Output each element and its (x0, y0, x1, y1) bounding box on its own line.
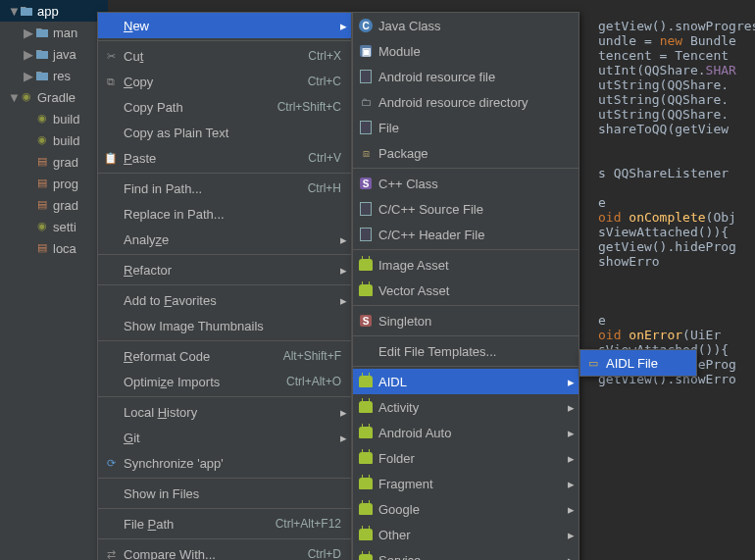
separator (353, 335, 579, 336)
ctx-analyze[interactable]: Analyze▸ (98, 227, 351, 252)
package-icon: ⧇ (358, 145, 374, 161)
submenu-arrow-icon: ▸ (340, 293, 347, 308)
tree-item-java[interactable]: ▶java (0, 43, 108, 65)
context-menu-main: New▸✂CutCtrl+X⧉CopyCtrl+CCopy PathCtrl+S… (97, 12, 352, 560)
expander-icon[interactable]: ▼ (8, 4, 20, 19)
shortcut-label: Ctrl+Alt+F12 (276, 517, 341, 531)
ctx-git[interactable]: Git▸ (98, 425, 351, 450)
android-icon (358, 552, 374, 560)
shortcut-label: Ctrl+X (308, 49, 341, 63)
ctx-reformat-code[interactable]: Reformat CodeAlt+Shift+F (98, 343, 351, 369)
new-singleton[interactable]: SSingleton (353, 308, 579, 333)
new-android-resource-file[interactable]: Android resource file (353, 64, 579, 89)
properties-file-icon: ▤ (35, 241, 49, 255)
submenu-arrow-icon: ▸ (568, 400, 575, 415)
tree-item-prog[interactable]: ▤prog (0, 173, 108, 194)
ctx-replace-in-path[interactable]: Replace in Path... (98, 201, 351, 227)
new-android-resource-directory[interactable]: 🗀Android resource directory (353, 89, 579, 115)
tree-label: java (53, 47, 76, 62)
ctx-file-path[interactable]: File PathCtrl+Alt+F12 (98, 511, 351, 536)
ctx-refactor[interactable]: Refactor▸ (98, 257, 351, 282)
ctx-copy[interactable]: ⧉CopyCtrl+C (98, 69, 351, 94)
new-package[interactable]: ⧇Package (353, 140, 579, 166)
ctx-synchronize-app[interactable]: ⟳Synchronize 'app' (98, 450, 351, 476)
new-c-c-header-file[interactable]: C/C++ Header File (353, 222, 579, 247)
ctx-optimize-imports[interactable]: Optimize ImportsCtrl+Alt+O (98, 369, 351, 394)
tree-label: Gradle (37, 90, 76, 105)
ctx-find-in-path[interactable]: Find in Path...Ctrl+H (98, 176, 351, 201)
ctx-compare-with[interactable]: ⇄Compare With...Ctrl+D (98, 541, 351, 560)
new-folder[interactable]: Folder▸ (353, 445, 579, 471)
separator (98, 508, 351, 509)
new-aidl[interactable]: AIDL▸ (353, 369, 579, 394)
new-file[interactable]: File (353, 115, 579, 140)
expander-icon[interactable]: ▶ (24, 25, 35, 40)
tree-item-man[interactable]: ▶man (0, 22, 108, 43)
tree-item-app[interactable]: ▼app (0, 0, 108, 22)
separator (98, 538, 351, 539)
separator (353, 366, 579, 367)
new-vector-asset[interactable]: Vector Asset (353, 278, 579, 303)
android-icon (358, 476, 374, 491)
tree-label: grad (53, 198, 78, 213)
ctx-show-in-files[interactable]: Show in Files (98, 481, 351, 506)
project-tree[interactable]: ▼app▶man▶java▶res▼◉Gradle◉build◉build▤gr… (0, 0, 108, 560)
new-image-asset[interactable]: Image Asset (353, 252, 579, 278)
copy-icon: ⧉ (103, 74, 119, 89)
paste-icon: 📋 (103, 150, 119, 166)
android-icon (358, 399, 374, 415)
separator (98, 478, 351, 479)
new-android-auto[interactable]: Android Auto▸ (353, 420, 579, 445)
new-other[interactable]: Other▸ (353, 522, 579, 547)
submenu-arrow-icon: ▸ (568, 502, 575, 517)
tree-item-res[interactable]: ▶res (0, 65, 108, 86)
tree-item-grad[interactable]: ▤grad (0, 194, 108, 216)
new-google[interactable]: Google▸ (353, 496, 579, 522)
tree-label: setti (53, 220, 76, 234)
ctx-add-to-favorites[interactable]: Add to Favorites▸ (98, 287, 351, 313)
gradle-file-icon: ◉ (35, 220, 49, 233)
separator (98, 254, 351, 255)
tree-item-setti[interactable]: ◉setti (0, 216, 108, 237)
submenu-arrow-icon: ▸ (340, 263, 347, 278)
new-c-c-source-file[interactable]: C/C++ Source File (353, 196, 579, 222)
tree-label: res (53, 69, 71, 83)
expander-icon[interactable]: ▶ (24, 47, 35, 62)
submenu-arrow-icon: ▸ (340, 405, 347, 420)
tree-item-gradle[interactable]: ▼◉Gradle (0, 86, 108, 108)
new-fragment[interactable]: Fragment▸ (353, 471, 579, 496)
android-icon (358, 450, 374, 466)
ctx-paste[interactable]: 📋PasteCtrl+V (98, 145, 351, 171)
sync-icon: ⟳ (103, 455, 119, 471)
aidl-aidl-file[interactable]: ▭AIDL File (580, 350, 696, 376)
submenu-arrow-icon: ▸ (340, 431, 347, 445)
ctx-copy-as-plain-text[interactable]: Copy as Plain Text (98, 120, 351, 145)
ctx-show-image-thumbnails[interactable]: Show Image Thumbnails (98, 313, 351, 338)
submenu-arrow-icon: ▸ (340, 232, 347, 247)
expander-icon[interactable]: ▶ (24, 69, 35, 83)
new-activity[interactable]: Activity▸ (353, 394, 579, 420)
new-c-class[interactable]: SC++ Class (353, 171, 579, 196)
tree-item-build[interactable]: ◉build (0, 129, 108, 151)
properties-file-icon: ▤ (35, 155, 49, 169)
ctx-new[interactable]: New▸ (98, 13, 351, 38)
tree-item-build[interactable]: ◉build (0, 108, 108, 129)
separator (98, 284, 351, 285)
new-service[interactable]: Service▸ (353, 547, 579, 560)
new-edit-file-templates[interactable]: Edit File Templates... (353, 338, 579, 364)
tree-item-loca[interactable]: ▤loca (0, 237, 108, 259)
ctx-local-history[interactable]: Local History▸ (98, 399, 351, 425)
separator (98, 340, 351, 341)
submenu-arrow-icon: ▸ (568, 375, 575, 389)
tree-label: man (53, 25, 77, 40)
submenu-arrow-icon: ▸ (568, 477, 575, 491)
file-icon (358, 69, 374, 84)
ctx-cut[interactable]: ✂CutCtrl+X (98, 43, 351, 69)
tree-item-grad[interactable]: ▤grad (0, 151, 108, 173)
ctx-copy-path[interactable]: Copy PathCtrl+Shift+C (98, 94, 351, 120)
tree-label: build (53, 133, 79, 148)
gradle-file-icon: ◉ (35, 112, 49, 126)
expander-icon[interactable]: ▼ (8, 90, 20, 105)
new-module[interactable]: ▣Module (353, 38, 579, 64)
new-java-class[interactable]: CJava Class (353, 13, 579, 38)
